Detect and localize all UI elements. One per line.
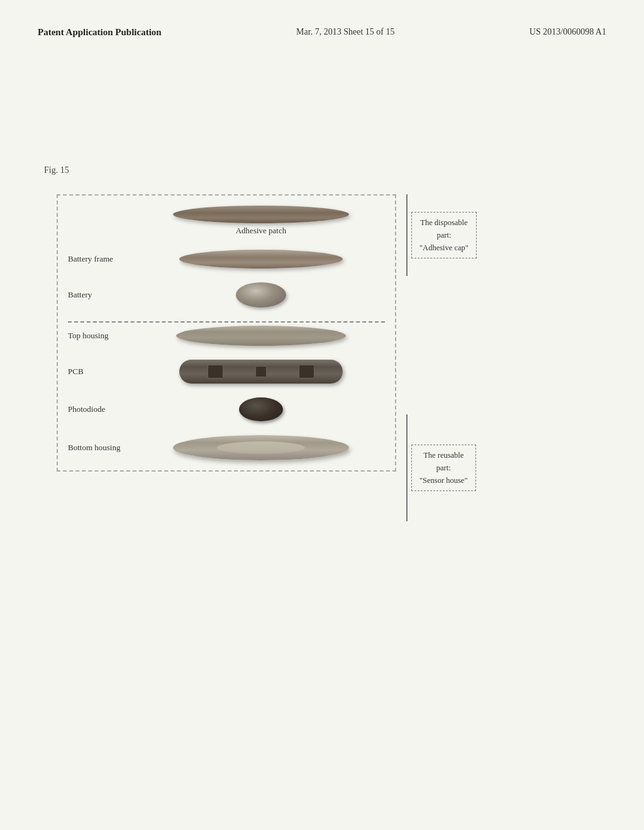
top-housing-label: Top housing [68,331,137,341]
battery-frame-shape-wrap [137,250,385,268]
reusable-bracket-line [406,414,408,521]
pcb-label: PCB [68,367,137,377]
main-diagram: Adhesive patch Battery frame Battery [57,194,396,472]
component-bottom-housing-row: Bottom housing [68,435,385,460]
header: Patent Application Publication Mar. 7, 2… [38,25,606,40]
separator-dashed [68,321,385,323]
bottom-housing-shape [173,435,349,460]
component-adhesive-patch-row: Adhesive patch [68,206,385,236]
page: Patent Application Publication Mar. 7, 2… [0,0,644,830]
header-patent-number: US 2013/0060098 A1 [530,25,606,38]
component-pcb-row: PCB [68,360,385,384]
top-housing-shape-wrap [137,326,385,346]
battery-shape-wrap [137,282,385,307]
disposable-label-group: The disposablepart:"Adhesive cap" [406,194,477,276]
diagram-container: Adhesive patch Battery frame Battery [57,194,606,521]
adhesive-patch-shape [173,206,349,223]
disposable-label-text: The disposablepart:"Adhesive cap" [419,218,469,252]
component-battery-frame-row: Battery frame [68,250,385,268]
adhesive-patch-label: Adhesive patch [236,226,287,236]
spacer [406,276,477,414]
battery-frame-shape [179,250,343,268]
right-labels-container: The disposablepart:"Adhesive cap" The re… [406,194,477,521]
reusable-label-group: The reusablepart:"Sensor house" [406,414,477,521]
component-photodiode-row: Photodiode [68,397,385,421]
bottom-housing-label: Bottom housing [68,443,137,453]
photodiode-shape [239,397,283,421]
battery-label: Battery [68,290,137,300]
component-battery-row: Battery [68,282,385,307]
disposable-bracket-line [406,194,408,276]
header-publication-title: Patent Application Publication [38,25,162,40]
pcb-chip-3 [299,365,314,379]
diagram-box: Adhesive patch Battery frame Battery [57,194,396,472]
photodiode-shape-wrap [137,397,385,421]
photodiode-label: Photodiode [68,404,137,414]
battery-shape [236,282,286,307]
component-top-housing-row: Top housing [68,326,385,346]
adhesive-patch-group: Adhesive patch [137,206,385,236]
disposable-label-box: The disposablepart:"Adhesive cap" [411,212,477,258]
pcb-shape-wrap [137,360,385,384]
bottom-housing-inner [217,441,305,454]
reusable-label-text: The reusablepart:"Sensor house" [419,451,468,485]
reusable-label-box: The reusablepart:"Sensor house" [411,445,476,491]
pcb-chip-1 [208,365,223,379]
top-housing-shape [176,326,346,346]
pcb-chip-2 [255,366,267,377]
figure-label: Fig. 15 [44,165,606,175]
battery-frame-label: Battery frame [68,254,137,264]
bottom-housing-shape-wrap [137,435,385,460]
header-sheet-info: Mar. 7, 2013 Sheet 15 of 15 [296,25,394,38]
pcb-shape [179,360,343,384]
